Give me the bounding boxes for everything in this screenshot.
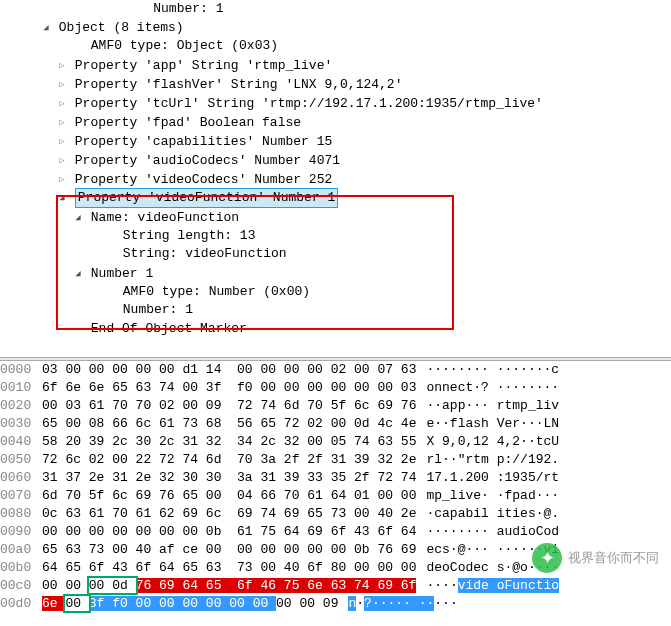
- hex-highlight: 6e: [42, 596, 65, 611]
- tree-toggler: [73, 320, 83, 338]
- tree-toggler[interactable]: [57, 191, 67, 203]
- hex-pane: 000003 00 00 00 00 00 d1 14 00 00 00 00 …: [0, 361, 671, 613]
- tree-toggler: [105, 283, 115, 301]
- tree-row[interactable]: Property 'app' String 'rtmp_live': [0, 56, 671, 75]
- hex-offset: 00c0: [0, 577, 42, 595]
- hex-row[interactable]: 00106f 6e 6e 65 63 74 00 3f f0 00 00 00 …: [0, 379, 671, 397]
- tree-row[interactable]: Property 'flashVer' String 'LNX 9,0,124,…: [0, 75, 671, 94]
- tree-row[interactable]: End Of Object Marker: [0, 320, 671, 338]
- tree-toggler[interactable]: [57, 56, 67, 75]
- tree-label: Property 'videoFunction' Number 1: [78, 190, 335, 205]
- hex-row[interactable]: 004058 20 39 2c 30 2c 31 32 34 2c 32 00 …: [0, 433, 671, 451]
- tree-toggler: [73, 0, 83, 18]
- tree-toggler[interactable]: [57, 94, 67, 113]
- tree-label: Property 'flashVer' String 'LNX 9,0,124,…: [75, 77, 403, 92]
- tree-row[interactable]: Number 1: [0, 264, 671, 283]
- hex-row[interactable]: 00706d 70 5f 6c 69 76 65 00 04 66 70 61 …: [0, 487, 671, 505]
- hex-ascii: mp_live· ·fpad···: [426, 487, 559, 505]
- hex-ascii: e··flash Ver···LN: [426, 415, 559, 433]
- hex-offset: 0000: [0, 361, 42, 379]
- tree-label: AMF0 type: Object (0x03): [91, 39, 278, 54]
- hex-ascii: ····vide oFunctio: [426, 577, 559, 595]
- tree-row-selected[interactable]: Property 'videoFunction' Number 1: [75, 188, 338, 208]
- tree-row[interactable]: Property 'audioCodecs' Number 4071: [0, 151, 671, 170]
- tree-toggler[interactable]: [57, 75, 67, 94]
- tree-row[interactable]: Name: videoFunction: [0, 208, 671, 227]
- tree-label: End Of Object Marker: [91, 321, 247, 336]
- tree-label: Number: 1: [123, 303, 193, 318]
- hex-bytes: 72 6c 02 00 22 72 74 6d 70 3a 2f 2f 31 3…: [42, 451, 416, 469]
- hex-bytes: 65 63 73 00 40 af ce 00 00 00 00 00 00 0…: [42, 541, 416, 559]
- tree-label: Name: videoFunction: [91, 210, 239, 225]
- hex-offset: 0030: [0, 415, 42, 433]
- tree-label: Property 'videoCodecs' Number 252: [75, 172, 332, 187]
- hex-bytes: 6f 6e 6e 65 63 74 00 3f f0 00 00 00 00 0…: [42, 379, 416, 397]
- tree-row[interactable]: String: videoFunction: [0, 245, 671, 263]
- hex-offset: 0090: [0, 523, 42, 541]
- hex-offset: 00d0: [0, 595, 42, 613]
- tree-toggler[interactable]: [73, 208, 83, 227]
- tree-label: Number 1: [91, 266, 153, 281]
- tree-row[interactable]: Property 'tcUrl' String 'rtmp://192.17.1…: [0, 94, 671, 113]
- tree-row[interactable]: AMF0 type: Number (0x00): [0, 283, 671, 301]
- hex-bytes: 65 00 08 66 6c 61 73 68 56 65 72 02 00 0…: [42, 415, 416, 433]
- tree-pane: Number: 1 Object (8 items) AMF0 type: Ob…: [0, 0, 671, 357]
- tree-row[interactable]: String length: 13: [0, 227, 671, 245]
- tree-toggler[interactable]: [57, 151, 67, 170]
- tree-label: Property 'tcUrl' String 'rtmp://192.17.1…: [75, 96, 543, 111]
- hex-ascii: X 9,0,12 4,2··tcU: [426, 433, 559, 451]
- hex-bytes: 64 65 6f 43 6f 64 65 63 73 00 40 6f 80 0…: [42, 559, 416, 577]
- hex-boxed: 00 0d: [89, 578, 136, 593]
- hex-row[interactable]: 00c000 00 00 0d 76 69 64 65 6f 46 75 6e …: [0, 577, 671, 595]
- tree-toggler: [105, 227, 115, 245]
- hex-row[interactable]: 009000 00 00 00 00 00 00 0b 61 75 64 69 …: [0, 523, 671, 541]
- hex-bytes: 00 00 00 00 00 00 00 0b 61 75 64 69 6f 4…: [42, 523, 416, 541]
- tree-label: Object (8 items): [59, 20, 184, 35]
- hex-row[interactable]: 005072 6c 02 00 22 72 74 6d 70 3a 2f 2f …: [0, 451, 671, 469]
- tree-row[interactable]: Object (8 items): [0, 18, 671, 37]
- tree-toggler[interactable]: [57, 132, 67, 151]
- tree-label: AMF0 type: Number (0x00): [123, 284, 310, 299]
- tree-label: Property 'capabilities' Number 15: [75, 134, 332, 149]
- hex-ascii: ·capabil ities·@.: [426, 505, 559, 523]
- tree-toggler[interactable]: [57, 170, 67, 189]
- tree-toggler[interactable]: [57, 113, 67, 132]
- tree-row[interactable]: Number: 1: [0, 301, 671, 319]
- hex-bytes: 6d 70 5f 6c 69 76 65 00 04 66 70 61 64 0…: [42, 487, 416, 505]
- hex-row[interactable]: 006031 37 2e 31 2e 32 30 30 3a 31 39 33 …: [0, 469, 671, 487]
- hex-row[interactable]: 003065 00 08 66 6c 61 73 68 56 65 72 02 …: [0, 415, 671, 433]
- tree-toggler: [73, 37, 83, 55]
- hex-row[interactable]: 00d06e 00 3f f0 00 00 00 00 00 00 00 00 …: [0, 595, 671, 613]
- tree-toggler: [105, 245, 115, 263]
- hex-offset: 0060: [0, 469, 42, 487]
- hex-row[interactable]: 000003 00 00 00 00 00 d1 14 00 00 00 00 …: [0, 361, 671, 379]
- hex-row[interactable]: 002000 03 61 70 70 02 00 09 72 74 6d 70 …: [0, 397, 671, 415]
- tree-toggler[interactable]: [73, 264, 83, 283]
- tree-row[interactable]: Property 'fpad' Boolean false: [0, 113, 671, 132]
- tree-toggler[interactable]: [41, 18, 51, 37]
- tree-row[interactable]: AMF0 type: Object (0x03): [0, 37, 671, 55]
- hex-offset: 00b0: [0, 559, 42, 577]
- hex-ascii: 17.1.200 :1935/rt: [426, 469, 559, 487]
- hex-bytes: 03 00 00 00 00 00 d1 14 00 00 00 00 02 0…: [42, 361, 416, 379]
- hex-bytes: 58 20 39 2c 30 2c 31 32 34 2c 32 00 05 7…: [42, 433, 416, 451]
- hex-ascii: ··app··· rtmp_liv: [426, 397, 559, 415]
- hex-boxed: 00: [65, 596, 88, 611]
- tree-row[interactable]: Property 'videoCodecs' Number 252: [0, 170, 671, 189]
- hex-offset: 0040: [0, 433, 42, 451]
- hex-ascii-highlight: vide oFunctio: [458, 578, 559, 593]
- tree-label: Property 'app' String 'rtmp_live': [75, 58, 332, 73]
- tree-label: Property 'audioCodecs' Number 4071: [75, 153, 340, 168]
- tree-label: Number: 1: [91, 1, 224, 16]
- hex-row[interactable]: 00800c 63 61 70 61 62 69 6c 69 74 69 65 …: [0, 505, 671, 523]
- hex-offset: 0070: [0, 487, 42, 505]
- watermark-text: 视界音你而不同: [568, 549, 659, 567]
- hex-ascii: ········ ·······c: [426, 361, 559, 379]
- hex-offset: 00a0: [0, 541, 42, 559]
- hex-ascii: onnect·? ········: [426, 379, 559, 397]
- tree-row[interactable]: Number: 1: [0, 0, 671, 18]
- tree-label: Property 'fpad' Boolean false: [75, 115, 301, 130]
- tree-toggler: [105, 301, 115, 319]
- tree-row[interactable]: Property 'capabilities' Number 15: [0, 132, 671, 151]
- hex-ascii: rl··"rtm p://192.: [426, 451, 559, 469]
